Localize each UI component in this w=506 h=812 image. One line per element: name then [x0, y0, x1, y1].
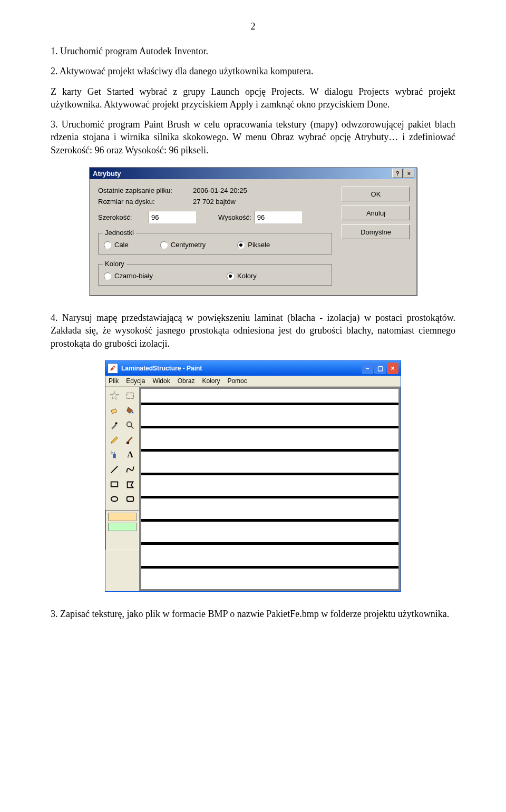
svg-line-13 [111, 466, 118, 473]
radio-colors[interactable]: Kolory [227, 272, 257, 280]
pencil-icon[interactable] [107, 433, 122, 447]
step-2-detail: Z karty Get Started wybrać z grupy Launc… [51, 85, 455, 111]
colors-group: Kolory Czarno-biały Kolory [98, 264, 332, 286]
svg-point-10 [111, 452, 112, 453]
attributes-dialog: Atrybuty ? × Ostatnie zapisanie pliku: 2… [89, 167, 417, 296]
text-icon[interactable]: A [123, 448, 138, 462]
disk-size-label: Rozmiar na dysku: [98, 198, 193, 206]
disk-size-value: 27 702 bajtów [193, 198, 236, 206]
spray-icon[interactable] [107, 448, 122, 462]
paint-window: 🖌 LaminatedStructure - Paint – ▢ × Plik … [105, 360, 401, 592]
cancel-button[interactable]: Anuluj [342, 206, 410, 220]
step-1: 1. Uruchomić program Autodek Inventor. [51, 45, 455, 57]
paint-canvas-frame [139, 387, 401, 591]
tool-option-2[interactable] [108, 523, 137, 531]
radio-pixels[interactable]: Piksele [237, 241, 270, 249]
width-input[interactable] [149, 211, 196, 223]
radio-inches-label: Cale [114, 241, 129, 249]
tool-option-1[interactable] [108, 513, 137, 521]
paint-toolbox: A [105, 387, 139, 591]
height-label: Wysokość: [218, 213, 251, 221]
paint-titlebar: 🖌 LaminatedStructure - Paint – ▢ × [105, 361, 401, 376]
step-4: 4. Narysuj mapę przedstawiającą w powięk… [51, 311, 455, 350]
rect-select-icon[interactable] [123, 389, 138, 403]
maximize-button[interactable]: ▢ [374, 363, 386, 374]
svg-marker-15 [128, 482, 133, 487]
svg-rect-9 [114, 452, 115, 454]
svg-rect-14 [111, 482, 118, 486]
menu-image[interactable]: Obraz [178, 377, 195, 385]
svg-rect-1 [127, 393, 134, 399]
close-button[interactable]: × [404, 169, 414, 178]
star-select-icon[interactable] [107, 389, 122, 403]
default-button[interactable]: Domyślne [342, 224, 410, 239]
last-save-value: 2006-01-24 20:25 [193, 187, 247, 194]
step-save: 3. Zapisać teksturę, jako plik w formaci… [51, 608, 455, 620]
menu-view[interactable]: Widok [152, 377, 170, 385]
radio-colors-label: Kolory [237, 272, 257, 280]
svg-point-12 [112, 452, 113, 453]
help-button[interactable]: ? [392, 169, 403, 178]
svg-point-11 [111, 453, 112, 454]
paint-title: LaminatedStructure - Paint [121, 365, 361, 372]
page-number: 2 [51, 21, 455, 32]
radio-bw-label: Czarno-biały [114, 272, 153, 280]
svg-point-5 [127, 422, 132, 427]
picker-icon[interactable] [107, 418, 122, 432]
radio-bw[interactable]: Czarno-biały [104, 272, 153, 280]
paint-canvas[interactable] [141, 389, 398, 589]
units-title: Jednostki [103, 229, 136, 237]
dialog-title: Atrybuty [92, 170, 391, 178]
paint-menubar: Plik Edycja Widok Obraz Kolory Pomoc [105, 376, 401, 387]
colors-title: Kolory [103, 260, 126, 268]
paint-app-icon: 🖌 [108, 363, 118, 374]
rect-icon[interactable] [107, 477, 122, 491]
line-icon[interactable] [107, 463, 122, 476]
svg-rect-8 [113, 454, 115, 458]
fill-icon[interactable] [123, 404, 138, 417]
last-save-label: Ostatnie zapisanie pliku: [98, 187, 193, 194]
ellipse-icon[interactable] [107, 492, 122, 506]
svg-rect-2 [111, 409, 117, 414]
menu-colors[interactable]: Kolory [202, 377, 220, 385]
radio-cm-label: Centymetry [171, 241, 206, 249]
roundrect-icon[interactable] [123, 492, 138, 506]
radio-inches[interactable]: Cale [104, 241, 129, 249]
radio-cm[interactable]: Centymetry [160, 241, 206, 249]
step-3: 3. Uruchomić program Paint Brush w celu … [51, 118, 455, 156]
tool-options [105, 510, 139, 550]
height-input[interactable] [255, 211, 302, 223]
svg-point-16 [111, 496, 118, 501]
svg-rect-17 [127, 496, 134, 501]
step-2: 2. Aktywować projekt właściwy dla danego… [51, 65, 455, 77]
close-window-button[interactable]: × [387, 363, 398, 374]
svg-marker-0 [110, 392, 119, 399]
width-label: Szerokość: [98, 213, 145, 221]
ok-button[interactable]: OK [342, 187, 410, 201]
polygon-icon[interactable] [123, 477, 138, 491]
units-group: Jednostki Cale Centymetry Piksele [98, 233, 332, 255]
svg-line-6 [131, 426, 134, 429]
svg-rect-4 [115, 423, 118, 425]
minimize-button[interactable]: – [362, 363, 373, 374]
curve-icon[interactable] [123, 463, 138, 476]
menu-file[interactable]: Plik [109, 377, 119, 385]
svg-point-7 [126, 442, 129, 444]
dialog-titlebar: Atrybuty ? × [90, 168, 416, 179]
eraser-icon[interactable] [107, 404, 122, 417]
zoom-icon[interactable] [123, 418, 138, 432]
brush-icon[interactable] [123, 433, 138, 447]
menu-help[interactable]: Pomoc [227, 377, 247, 385]
svg-point-3 [132, 412, 134, 414]
radio-pixels-label: Piksele [248, 241, 270, 249]
menu-edit[interactable]: Edycja [126, 377, 145, 385]
